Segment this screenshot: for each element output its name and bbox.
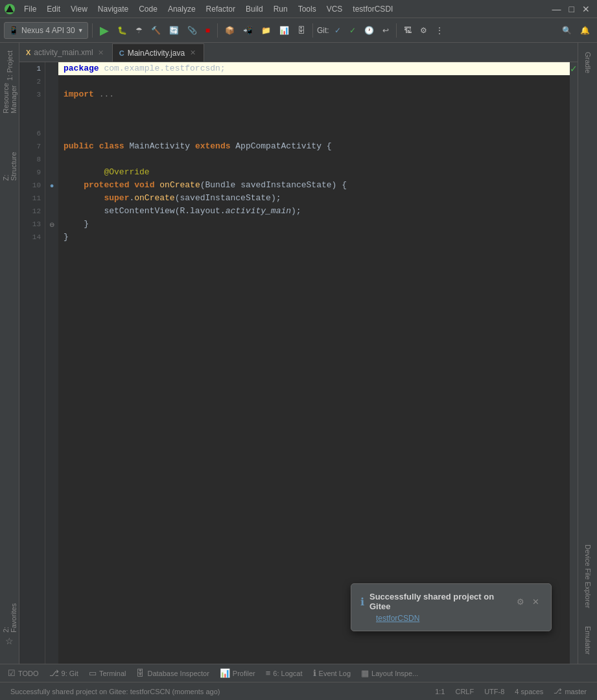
bottom-tab-terminal[interactable]: ▭ Terminal (84, 664, 132, 682)
code-line-8 (58, 153, 570, 166)
sidebar-favorites-icon[interactable]: 2: Favorites (3, 611, 17, 625)
toolbar-sep-3 (312, 23, 313, 38)
menu-run[interactable]: Run (269, 3, 292, 15)
toolbar-sep-1 (92, 23, 93, 38)
gutter-7 (45, 140, 58, 153)
menu-vcs[interactable]: VCS (322, 3, 347, 15)
database-button[interactable]: 🗄 (294, 24, 309, 37)
gutter-5 (45, 114, 58, 127)
close-button[interactable]: ✕ (579, 2, 593, 16)
bottom-tab-logcat[interactable]: ≡ 6: Logcat (261, 664, 308, 682)
bottom-tab-layout[interactable]: ▦ Layout Inspe... (356, 664, 423, 682)
menu-code[interactable]: Code (134, 3, 162, 15)
validation-checkmark: ✓ (570, 64, 578, 74)
menu-analyze[interactable]: Analyze (163, 3, 200, 15)
attach-button[interactable]: 📎 (184, 24, 200, 37)
gutter-10: ● (45, 179, 58, 192)
settings-button[interactable]: ⚙ (417, 24, 430, 37)
coverage-button[interactable]: ☂ (132, 24, 146, 37)
line-num-3: 3 (19, 88, 45, 101)
gutter-11 (45, 192, 58, 205)
code-line-10: protected void onCreate(Bundle savedInst… (58, 179, 570, 192)
search-button[interactable]: 🔍 (559, 24, 575, 37)
tab-name-xml: activity_main.xml (34, 48, 93, 57)
device-name: Nexus 4 API 30 (21, 26, 75, 35)
line-num-6: 6 (19, 127, 45, 140)
status-branch[interactable]: ⎇ master (548, 682, 592, 700)
tab-mainactivity-java[interactable]: C MainActivity.java ✕ (113, 43, 204, 62)
git-history-button[interactable]: 🕐 (361, 24, 377, 37)
star-icon[interactable]: ☆ (3, 634, 17, 648)
line-num-10: 10 (19, 179, 45, 192)
git-rollback-button[interactable]: ↩ (379, 24, 392, 37)
status-encoding-text: UTF-8 (484, 688, 504, 695)
bottom-tab-eventlog[interactable]: ℹ Event Log (308, 664, 357, 682)
menu-bar: File Edit View Navigate Code Analyze Ref… (0, 0, 597, 18)
left-sidebar: 1: Project Resource Manager Z: Structure… (0, 43, 19, 664)
sdk-manager-button[interactable]: 📦 (222, 24, 238, 37)
device-selector[interactable]: 📱 Nexus 4 API 30 ▼ (4, 22, 88, 39)
menu-view[interactable]: View (66, 3, 92, 15)
tab-close-java[interactable]: ✕ (188, 49, 197, 58)
toolbar-sep-4 (396, 23, 397, 38)
status-position[interactable]: 1:1 (430, 682, 450, 700)
build-button[interactable]: 🔨 (148, 24, 164, 37)
database-icon: 🗄 (136, 668, 145, 678)
status-encoding[interactable]: UTF-8 (479, 682, 509, 700)
right-tab-device-file[interactable]: Device File Explorer (581, 535, 594, 617)
device-file-button[interactable]: 📁 (258, 24, 274, 37)
menu-tools[interactable]: Tools (294, 3, 321, 15)
project-structure-button[interactable]: 🏗 (401, 24, 415, 37)
git-push-button[interactable]: ✓ (346, 24, 359, 37)
bottom-toolbar: ☑ TODO ⎇ 9: Git ▭ Terminal 🗄 Database In… (0, 664, 597, 682)
editor-scrollbar[interactable]: ✓ (570, 62, 578, 664)
right-tab-emulator[interactable]: Emulator (581, 617, 594, 664)
menu-refactor[interactable]: Refactor (202, 3, 240, 15)
bottom-tab-todo[interactable]: ☑ TODO (3, 664, 44, 682)
status-indent[interactable]: 4 spaces (509, 682, 548, 700)
status-indent-text: 4 spaces (515, 688, 543, 695)
sidebar-resource-icon[interactable]: Resource Manager (3, 91, 17, 105)
line-num-11: 11 (19, 192, 45, 205)
menu-file[interactable]: File (19, 3, 41, 15)
menu-edit[interactable]: Edit (42, 3, 65, 15)
minimize-button[interactable]: — (549, 2, 565, 16)
more-button[interactable]: ⋮ (432, 24, 447, 37)
tab-close-xml[interactable]: ✕ (97, 48, 106, 57)
bottom-tab-git[interactable]: ⎇ 9: Git (44, 664, 84, 682)
xml-icon: X (26, 49, 30, 56)
sidebar-item-project[interactable]: 1: Project (3, 43, 16, 88)
code-line-4 (58, 101, 570, 114)
notification-close-button[interactable]: ✕ (530, 596, 542, 608)
tab-activity-main-xml[interactable]: X activity_main.xml ✕ (19, 43, 113, 62)
menu-project[interactable]: testforCSDI (348, 3, 397, 15)
status-bar: Successfully shared project on Gitee: te… (0, 682, 597, 700)
restore-button[interactable]: □ (566, 2, 578, 16)
sync-button[interactable]: 🔄 (166, 24, 182, 37)
code-editor[interactable]: 1 2 3 6 7 8 9 10 11 12 13 14 (19, 62, 578, 664)
status-message[interactable]: Successfully shared project on Gitee: te… (5, 682, 225, 700)
notification-settings-button[interactable]: ⚙ (514, 596, 527, 608)
right-tab-gradle[interactable]: Gradle (581, 43, 594, 82)
main-toolbar: 📱 Nexus 4 API 30 ▼ ▶ 🐛 ☂ 🔨 🔄 📎 ■ 📦 📲 📁 📊… (0, 18, 597, 43)
debug-button[interactable]: 🐛 (114, 24, 130, 37)
run-button[interactable]: ▶ (97, 21, 112, 40)
git-commit-button[interactable]: ✓ (331, 24, 344, 37)
gutter-13: ⊖ (45, 218, 58, 231)
profiler-button[interactable]: 📊 (276, 24, 292, 37)
notification-actions: ⚙ ✕ (514, 596, 542, 608)
code-line-3: import ... (58, 88, 570, 101)
bottom-tab-database[interactable]: 🗄 Database Inspector (131, 664, 214, 682)
menu-build[interactable]: Build (241, 3, 268, 15)
code-text[interactable]: package com.example.testforcsdn; import … (58, 62, 570, 664)
bottom-tab-profiler[interactable]: 📊 Profiler (215, 664, 261, 682)
sidebar-z-structure[interactable]: Z: Structure (3, 159, 17, 174)
menu-navigate[interactable]: Navigate (93, 3, 133, 15)
notifications-button[interactable]: 🔔 (577, 24, 593, 37)
stop-button[interactable]: ■ (202, 24, 213, 37)
todo-icon: ☑ (8, 668, 16, 678)
notification-link[interactable]: testforCSDN (360, 614, 542, 623)
status-line-ending[interactable]: CRLF (450, 682, 479, 700)
avd-manager-button[interactable]: 📲 (240, 24, 256, 37)
line-num-5 (19, 114, 45, 127)
